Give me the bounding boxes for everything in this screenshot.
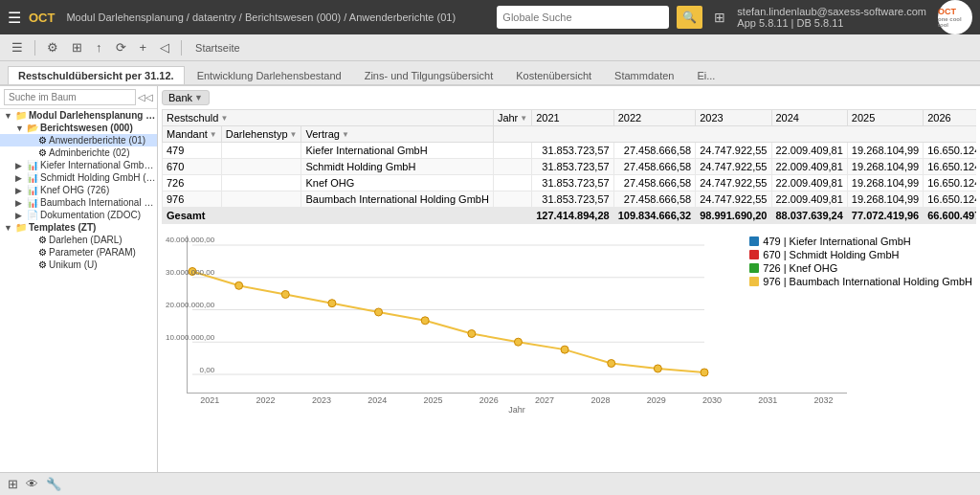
toolbar-separator-2 (181, 40, 182, 56)
table-area: Bank ▼ Restschuld ▼ (158, 86, 980, 228)
toolbar-menu-icon[interactable]: ☰ (8, 38, 27, 56)
tree-label-3: Adminberichte (02) (49, 147, 129, 158)
tree-label-6: Knef OHG (726) (40, 185, 109, 195)
sidebar-item-8[interactable]: ▶📄Dokumentation (ZDOC) (0, 209, 157, 221)
sidebar-item-6[interactable]: ▶📊Knef OHG (726) (0, 184, 157, 196)
table-row[interactable]: 479Kiefer International GmbH31.853.723,5… (163, 143, 977, 159)
toolbar-table-icon[interactable]: ⊞ (68, 38, 86, 56)
sidebar-item-0[interactable]: ▼📁Modul Darlehensplanung (Modu... (0, 109, 157, 122)
filter-mandant-btn[interactable]: ▼ (210, 130, 217, 139)
filter-bank-tag[interactable]: Bank ▼ (162, 90, 210, 105)
legend-item: 479 | Kiefer International GmbH (749, 236, 972, 247)
sidebar-item-11[interactable]: ⚙Parameter (PARAM) (0, 246, 157, 259)
data-table: Restschuld ▼ Jahr ▼ 2021 (162, 109, 976, 224)
sidebar-item-1[interactable]: ▼📂Berichtswesen (000) (0, 122, 157, 134)
x-tick-2032: 2032 (800, 395, 847, 405)
chart-area: 40.000.000,00 30.000.000,00 20.000.000,0… (158, 228, 980, 472)
tree-icon-12: ⚙ (38, 259, 47, 270)
tab-kostenübersicht[interactable]: Kostenübersicht (505, 66, 602, 84)
toolbar-history-icon[interactable]: ⟳ (112, 38, 130, 56)
svg-point-12 (514, 338, 522, 346)
y-tick-40m: 40.000.000,00 (166, 236, 214, 244)
chart-svg (187, 236, 847, 394)
tree-icon-6: 📊 (27, 185, 38, 195)
tree-arrow-4: ▶ (15, 161, 25, 170)
tab-restschuld[interactable]: Restschuldübersicht per 31.12. (8, 66, 185, 84)
sidebar-item-5[interactable]: ▶📊Schmidt Holding GmbH (670) (0, 171, 157, 184)
global-search-input[interactable] (502, 11, 646, 23)
grid-icon[interactable]: ⊞ (714, 10, 725, 25)
statusbar-eye-button[interactable]: 👁 (26, 477, 38, 491)
sidebar-item-3[interactable]: ⚙Adminberichte (02) (0, 146, 157, 159)
tree-label-8: Dokumentation (ZDOC) (40, 210, 141, 220)
tree-icon-7: 📊 (27, 197, 38, 208)
search-button[interactable]: 🔍 (677, 6, 702, 29)
tab-ei[interactable]: Ei... (686, 66, 725, 84)
hamburger-icon[interactable]: ☰ (8, 9, 21, 27)
x-tick-2025: 2025 (410, 395, 457, 405)
svg-point-6 (235, 281, 243, 289)
tab-entwicklung[interactable]: Entwicklung Darlehensbestand (187, 66, 352, 84)
table-row[interactable]: 976Baumbach International Holding GmbH31… (163, 191, 977, 208)
th-darlehenstyp: Darlehenstyp ▼ (221, 126, 301, 143)
toolbar-separator-1 (34, 40, 35, 56)
legend-color (749, 250, 759, 259)
tree-label-12: Unikum (U) (49, 259, 98, 270)
x-tick-2028: 2028 (577, 395, 624, 405)
legend-label: 670 | Schmidt Holding GmbH (763, 249, 899, 260)
sidebar-item-10[interactable]: ⚙Darlehen (DARL) (0, 234, 157, 246)
sidebar-item-12[interactable]: ⚙Unikum (U) (0, 259, 157, 271)
th-empty (493, 126, 976, 143)
sidebar-tree: ▼📁Modul Darlehensplanung (Modu...▼📂Beric… (0, 109, 157, 271)
sidebar-item-9[interactable]: ▼📁Templates (ZT) (0, 221, 157, 234)
th-2023: 2023 (696, 110, 771, 126)
svg-point-16 (701, 369, 708, 376)
toolbar-back-icon[interactable]: ◁ (156, 38, 173, 56)
statusbar-tools-button[interactable]: 🔧 (46, 477, 61, 491)
x-tick-2027: 2027 (522, 395, 568, 405)
filter-vertrag-btn[interactable]: ▼ (342, 130, 349, 139)
tree-arrow-5: ▶ (15, 173, 25, 183)
tree-label-9: Templates (ZT) (29, 222, 96, 233)
statusbar-grid-button[interactable]: ⊞ (8, 477, 18, 491)
tree-arrow-8: ▶ (15, 211, 25, 220)
sidebar-search-input[interactable] (4, 89, 136, 105)
tab-stammdaten[interactable]: Stammdaten (604, 66, 684, 84)
sidebar-item-7[interactable]: ▶📊Baumbach International Holdin... (0, 196, 157, 209)
sidebar-item-2[interactable]: ⚙Anwenderberichte (01) (0, 134, 157, 146)
filter-darlehenstyp-btn[interactable]: ▼ (290, 130, 298, 139)
filter-jahr-btn[interactable]: ▼ (520, 114, 527, 123)
filter-restschuld-btn[interactable]: ▼ (220, 114, 228, 123)
user-info: stefan.lindenlaub@saxess-software.com Ap… (737, 6, 926, 29)
table-row[interactable]: 670Schmidt Holding GmbH31.853.723,5727.4… (163, 159, 977, 175)
app-title: OCT (29, 11, 55, 25)
svg-point-13 (561, 346, 568, 353)
home-button[interactable]: Startseite (189, 40, 245, 56)
svg-point-11 (468, 329, 476, 337)
table-row[interactable]: 726Knef OHG31.853.723,5727.458.666,5824.… (163, 175, 977, 191)
toolbar-add-icon[interactable]: + (136, 38, 151, 56)
svg-point-14 (608, 360, 615, 368)
toolbar-settings-icon[interactable]: ⚙ (43, 38, 62, 56)
tree-icon-5: 📊 (27, 172, 38, 183)
tree-arrow-1: ▼ (15, 124, 25, 133)
toolbar-export-icon[interactable]: ↑ (92, 38, 106, 56)
legend-color (749, 263, 759, 273)
legend-color (749, 236, 759, 246)
tree-arrow-6: ▶ (15, 186, 25, 195)
tree-icon-1: 📂 (27, 123, 38, 133)
tab-zins-tilgung[interactable]: Zins- und Tilgungsübersicht (354, 66, 504, 84)
chart-legend: 479 | Kiefer International GmbH670 | Sch… (749, 236, 972, 289)
th-2026: 2026 (924, 110, 976, 126)
x-tick-2031: 2031 (745, 395, 791, 405)
sidebar-collapse-button[interactable]: ◁◁ (138, 92, 153, 102)
content-area: Bank ▼ Restschuld ▼ (158, 86, 980, 472)
tree-label-1: Berichtswesen (000) (40, 123, 133, 133)
tree-icon-2: ⚙ (38, 135, 47, 146)
sidebar-item-4[interactable]: ▶📊Kiefer International GmbH (479... (0, 159, 157, 171)
global-search-box (497, 6, 669, 29)
statusbar: ⊞ 👁 🔧 (0, 472, 980, 495)
y-tick-0: 0,00 (200, 366, 215, 374)
y-tick-20m: 20.000.000,00 (166, 301, 214, 309)
tree-icon-4: 📊 (27, 160, 38, 170)
